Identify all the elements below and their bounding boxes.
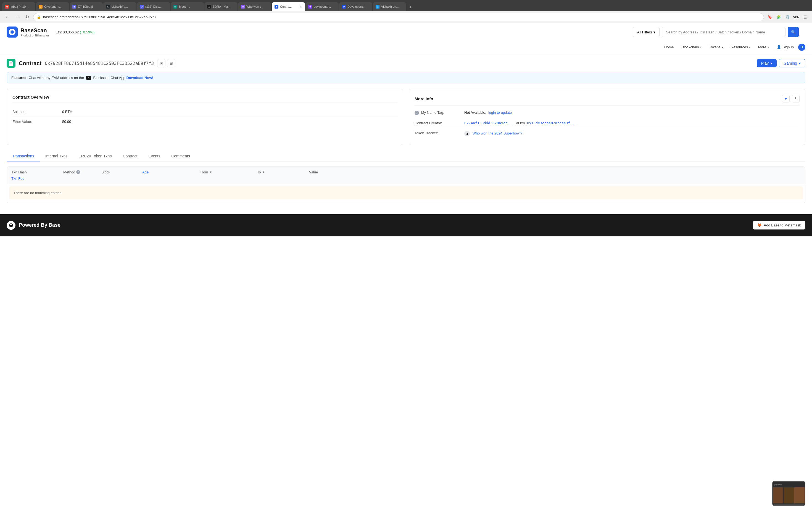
site-nav: Home Blockchain ▾ Tokens ▾ Resources ▾ M… (0, 41, 812, 53)
ether-value: $0.00 (62, 120, 71, 124)
col-txn-hash: Txn Hash (11, 170, 61, 174)
footer-logo (6, 221, 15, 230)
chevron-down-icon: ▾ (768, 46, 769, 48)
forward-button[interactable]: → (13, 13, 21, 21)
to-filter-icon[interactable]: ▼ (262, 171, 265, 174)
chevron-down-icon: ▾ (653, 30, 655, 34)
basescan-logo-icon (6, 27, 18, 38)
chevron-down-icon: ▾ (770, 61, 772, 65)
search-icon: 🔍 (791, 30, 796, 34)
name-tag-row: ? My Name Tag: Not Available, login to u… (415, 108, 800, 118)
no-entries-message: There are no matching entries (9, 186, 803, 200)
col-block: Block (101, 170, 140, 174)
add-to-metamask-button[interactable]: 🦊 Add Base to Metamask (753, 221, 806, 230)
search-input[interactable] (662, 27, 785, 37)
method-info-icon[interactable]: ? (76, 170, 80, 174)
signin-button[interactable]: 👤 Sign In (773, 43, 797, 51)
search-area: All Filters ▾ 🔍 (633, 27, 799, 37)
browser-tab-devneynar[interactable]: d dev.neynar... (305, 2, 338, 11)
add-metamask-label: Add Base to Metamask (764, 223, 801, 227)
nav-blockchain[interactable]: Blockchain ▾ (678, 43, 705, 51)
copy-address-button[interactable]: ⎘ (157, 59, 165, 68)
logo-sub: Product of Etherscan (20, 34, 49, 37)
menu-button[interactable]: ☰ (801, 14, 809, 21)
browser-tab-vishakh[interactable]: V Vishakh on... (373, 2, 406, 11)
transactions-table: Txn Hash Method ? Block Age From ▼ To (6, 166, 806, 203)
filter-button[interactable]: All Filters ▾ (633, 27, 659, 37)
browser-tab-whowon[interactable]: W Who won t... (238, 2, 271, 11)
contract-header: 📄 Contract 0x7928FF86715d14e85481C2503FC… (6, 53, 806, 72)
preview-bar: preview (773, 482, 805, 487)
site-header: BaseScan Product of Etherscan Eth: $3,35… (0, 23, 812, 41)
tabs-bar: Transactions Internal Txns ERC20 Token T… (6, 150, 806, 162)
nav-resources[interactable]: Resources ▾ (727, 43, 754, 51)
logo-text: BaseScan Product of Etherscan (20, 27, 49, 37)
browser-tab-meet[interactable]: M Meet -... (171, 2, 204, 11)
footer-brand: Powered By Base (6, 221, 60, 230)
featured-label: Featured: (11, 76, 28, 80)
from-filter-icon[interactable]: ▼ (209, 171, 212, 174)
login-to-update-link[interactable]: login to update (488, 111, 512, 115)
browser-tab-discord[interactable]: D (137) Disc... (137, 2, 170, 11)
featured-cta-link[interactable]: Download Now! (126, 76, 153, 80)
contract-address: 0x7928FF86715d14e85481C2503FC3D522aB9f7f… (45, 61, 154, 66)
logo-area: BaseScan Product of Etherscan (6, 27, 49, 38)
bookmark-button[interactable]: 🔖 (766, 14, 773, 21)
blockscan-badge: b (86, 76, 91, 80)
shield-icon: 🛡️ (784, 14, 791, 21)
col-txn-fee: Txn Fee (11, 176, 61, 180)
contract-type: Contract (19, 60, 41, 67)
nav-home[interactable]: Home (661, 43, 677, 51)
table-header: Txn Hash Method ? Block Age From ▼ To (7, 167, 805, 184)
favorite-button[interactable]: ♥ (782, 95, 789, 102)
eth-price: $3,356.62 (63, 30, 79, 34)
featured-text: Chat with any EVM address on the (29, 76, 84, 80)
tab-events[interactable]: Events (143, 150, 166, 162)
browser-tab-gmail[interactable]: M Inbox (4,10... (2, 2, 35, 11)
reload-button[interactable]: ↻ (23, 13, 31, 21)
contract-title: 📄 Contract 0x7928FF86715d14e85481C2503FC… (6, 59, 175, 68)
site-footer: Powered By Base 🦊 Add Base to Metamask (0, 214, 812, 236)
url-bar[interactable]: 🔒 basescan.org/address/0x7928ff86715d14e… (33, 13, 764, 21)
creator-label: Contract Creator: (415, 121, 464, 125)
browser-tab-cryptonomi[interactable]: C Cryptonom... (36, 2, 69, 11)
new-tab-button[interactable]: + (407, 3, 414, 11)
col-to: To ▼ (257, 170, 307, 174)
qr-code-button[interactable]: ⊞ (167, 59, 175, 68)
browser-tab-ethglobal[interactable]: E ETHGlobal (70, 2, 103, 11)
header-action-buttons: Play ▾ Gaming ▾ (757, 59, 806, 68)
more-info-actions: ♥ ⋮ (782, 95, 800, 102)
page-content: BaseScan Product of Etherscan Eth: $3,35… (0, 23, 812, 518)
user-icon: 👤 (777, 45, 781, 49)
tab-transactions[interactable]: Transactions (6, 150, 40, 162)
eth-change: (+0.59%) (80, 30, 95, 34)
more-options-button[interactable]: ⋮ (792, 95, 800, 102)
browser-nav-bar: ← → ↻ 🔒 basescan.org/address/0x7928ff867… (0, 11, 812, 23)
browser-tab-developers[interactable]: D Developers... (339, 2, 372, 11)
nav-tokens[interactable]: Tokens ▾ (706, 43, 726, 51)
preview-inner (773, 487, 805, 504)
security-icon: 🔒 (37, 15, 41, 19)
browser-tab-contract[interactable]: B Contra... ✕ (272, 2, 305, 11)
browser-tab-github[interactable]: G vishakh/fa... (103, 2, 136, 11)
extensions-button[interactable]: 🧩 (775, 14, 782, 21)
tab-erc20[interactable]: ERC20 Token Txns (73, 150, 117, 162)
nav-more[interactable]: More ▾ (755, 43, 772, 51)
tab-comments[interactable]: Comments (166, 150, 195, 162)
creator-txn-link[interactable]: 0x13de3ccbe82abdee3f... (527, 121, 577, 125)
info-icon: ? (415, 111, 419, 115)
metamask-icon: 🦊 (757, 223, 762, 227)
creator-address-link[interactable]: 0x74af158ddd3628a9cc... (464, 121, 514, 125)
tab-internal-txns[interactable]: Internal Txns (40, 150, 73, 162)
token-tracker-row: Token Tracker: ◑ Who won the 2024 Superb… (415, 128, 800, 139)
token-icon: ◑ (464, 131, 470, 136)
tab-contract[interactable]: Contract (117, 150, 143, 162)
browser-tab-zora[interactable]: Z ZORA - Ma... (204, 2, 237, 11)
user-avatar[interactable]: B (798, 44, 806, 51)
gaming-button[interactable]: Gaming ▾ (779, 59, 806, 68)
token-tracker-link[interactable]: Who won the 2024 Superbowl? (473, 131, 523, 135)
play-button[interactable]: Play ▾ (757, 59, 777, 68)
vpn-button[interactable]: VPN (793, 14, 800, 21)
search-button[interactable]: 🔍 (788, 27, 799, 37)
back-button[interactable]: ← (3, 13, 11, 21)
